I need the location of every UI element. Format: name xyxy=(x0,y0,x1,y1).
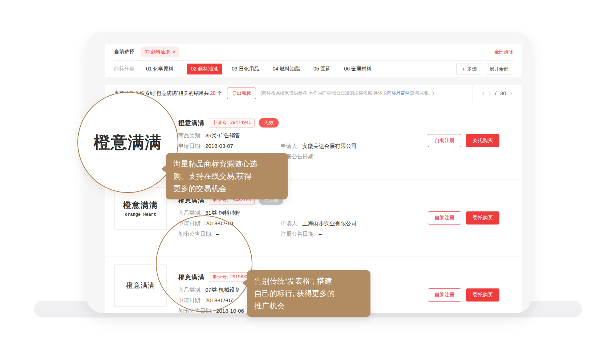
marketing-canvas: 当前选择 02 颜料油漆 × 全部清除 商标分类 01 化学原料 02 颜料油漆… xyxy=(0,0,616,364)
tooltip-line: 海量精品商标资源随心选 xyxy=(173,158,280,170)
application-number-value: 29474941 xyxy=(230,120,251,126)
registration-publication-label: 注册公告日期: xyxy=(281,231,315,238)
self-register-button[interactable]: 自助注册 xyxy=(428,288,461,302)
trademark-name: 橙意满满 xyxy=(178,119,204,127)
callout-tooltip-promotion: 告别传统“发表格”, 搭建 自己的标行, 获得更多的 推广机会 xyxy=(247,270,370,317)
category-item-01[interactable]: 01 化学原料 xyxy=(146,66,173,72)
entrust-purchase-button[interactable]: 委托购买 xyxy=(466,211,499,225)
lens-circle xyxy=(156,215,252,312)
tooltip-arrow-left-icon xyxy=(161,165,166,173)
trademark-image-text: 橙意满满 xyxy=(123,200,158,211)
results-count: 28 xyxy=(210,90,216,96)
results-disclaimer: (商标检索结果仅供参考,不作为商标能否注册的法律依据;具体以商标局官网查询为准。… xyxy=(260,90,472,96)
pagination: ‹ 1 / 30 › xyxy=(472,85,522,102)
disclaimer-text-post: 查询为准。) xyxy=(410,90,434,96)
application-number-tag: 申请号:29474941 xyxy=(209,118,255,128)
category-item-06[interactable]: 06 金属材料 xyxy=(344,66,371,72)
category-field-value: 31类-饲料种籽 xyxy=(205,210,240,217)
row-actions: 自助注册 委托购买 xyxy=(428,288,513,302)
multi-select-button[interactable]: ＋ 多选 xyxy=(456,64,481,74)
registration-publication-value: – xyxy=(319,153,321,160)
trademark-image-subtext: orange Heart xyxy=(125,212,156,217)
applicant-value: 安徽美达会展有限公司 xyxy=(302,143,357,150)
applicant-label: 申请人: xyxy=(281,220,299,227)
application-number-label: 申请号: xyxy=(212,120,228,126)
category-field-label: 商品类别: xyxy=(178,132,202,139)
current-page: 1 xyxy=(488,90,491,96)
total-pages: 30 xyxy=(500,90,506,96)
callout-tooltip-marketplace: 海量精品商标资源随心选 购。支持在线交易,获得 更多的交易机会 xyxy=(166,153,288,199)
magnifier-circle: 橙意满满 xyxy=(77,92,178,193)
trademark-image[interactable]: 橙意满满 orange Heart xyxy=(114,187,167,230)
disclaimer-text-pre: (商标检索结果仅供参考,不作为商标能否注册的法律依据;具体以 xyxy=(260,90,387,96)
magnified-trademark-text: 橙意满满 xyxy=(94,132,162,153)
entrust-purchase-button[interactable]: 委托购买 xyxy=(466,288,499,302)
applicant-label: 申请人: xyxy=(281,143,299,150)
tooltip-line: 告别传统“发表格”, 搭建 xyxy=(254,275,363,287)
self-register-button[interactable]: 自助注册 xyxy=(428,134,461,147)
trademark-office-link[interactable]: 商标局官网 xyxy=(387,90,410,96)
apply-date-value: 2018-03-07 xyxy=(205,143,233,150)
tooltip-line: 自己的标行, 获得更多的 xyxy=(254,287,363,300)
tooltip-line: 更多的交易机会 xyxy=(173,182,280,195)
filter-panel: 当前选择 02 颜料油漆 × 全部清除 商标分类 01 化学原料 02 颜料油漆… xyxy=(105,44,522,77)
trademark-image-text: 橙意满满 xyxy=(126,281,155,290)
category-item-04[interactable]: 04 燃料油脂 xyxy=(272,66,300,72)
category-label: 商标分类 xyxy=(114,66,134,72)
prev-page-icon[interactable]: ‹ xyxy=(482,89,485,97)
applicant-value: 上海雨步实业有限公司 xyxy=(302,220,357,227)
results-summary-suffix: 个 xyxy=(217,90,222,96)
category-row: 商标分类 01 化学原料 02 颜料油漆 03 日化用品 04 燃料油脂 05 … xyxy=(114,60,513,77)
remove-filter-icon[interactable]: × xyxy=(173,49,175,55)
self-register-button[interactable]: 自助注册 xyxy=(428,211,461,225)
results-header: 当前分类下检索到“橙意满满”相关的结果共28个 导出商标 (商标检索结果仅供参考… xyxy=(105,85,522,102)
registration-publication-value: – xyxy=(319,231,321,238)
row-actions: 自助注册 委托购买 xyxy=(428,134,513,147)
category-field-value: 35类-广告销售 xyxy=(205,132,240,139)
current-selection-row: 当前选择 02 颜料油漆 × 全部清除 xyxy=(114,44,513,60)
export-trademarks-button[interactable]: 导出商标 xyxy=(227,88,256,99)
tooltip-line: 购。支持在线交易,获得 xyxy=(173,170,280,182)
clear-all-link[interactable]: 全部清除 xyxy=(494,49,513,55)
tooltip-line: 推广机会 xyxy=(254,300,363,312)
page-separator: / xyxy=(495,90,497,96)
selected-filter-tag-text: 02 颜料油漆 xyxy=(145,49,170,55)
entrust-purchase-button[interactable]: 委托购买 xyxy=(466,134,499,147)
apply-date-label: 申请日期: xyxy=(178,143,202,150)
status-badge: 无效 xyxy=(259,118,279,128)
selected-filter-tag[interactable]: 02 颜料油漆 × xyxy=(141,46,179,57)
category-item-03[interactable]: 03 日化用品 xyxy=(232,66,259,72)
category-item-02-selected[interactable]: 02 颜料油漆 xyxy=(187,64,222,74)
category-item-05[interactable]: 05 医药 xyxy=(313,66,331,72)
row-actions: 自助注册 委托购买 xyxy=(428,211,513,225)
expand-all-button[interactable]: 展开全部 xyxy=(485,64,513,74)
tooltip-arrow-left-icon xyxy=(242,279,247,287)
current-selection-label: 当前选择 xyxy=(114,49,134,55)
next-page-icon[interactable]: › xyxy=(510,89,512,97)
